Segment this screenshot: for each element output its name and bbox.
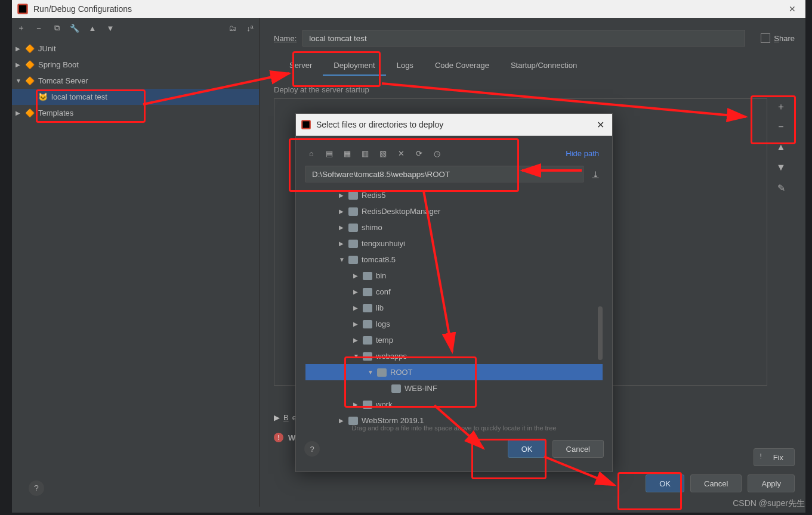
file-node-5[interactable]: ▶bin (305, 268, 603, 284)
folder-icon (363, 272, 372, 280)
refresh-icon[interactable]: ⟳ (413, 149, 425, 158)
file-node-0[interactable]: ▶Redis5 (305, 187, 603, 203)
down-icon[interactable]: ▼ (104, 21, 117, 35)
tab-server[interactable]: Server (279, 56, 323, 76)
wrench-icon[interactable]: 🔧 (68, 21, 81, 35)
svg-rect-3 (302, 121, 309, 128)
remove-config-icon[interactable]: − (32, 21, 45, 35)
folder-icon (363, 401, 372, 409)
warn-icon: ! (760, 453, 768, 461)
file-node-8[interactable]: ▶logs (305, 316, 603, 332)
file-node-3[interactable]: ▶tengxunhuiyi (305, 235, 603, 252)
folder-icon[interactable]: 🗂 (226, 21, 239, 35)
apply-button[interactable]: Apply (748, 474, 795, 492)
watermark: CSDN @super先生 (733, 498, 805, 509)
remove-artifact-icon[interactable]: − (773, 119, 789, 135)
file-node-6[interactable]: ▶conf (305, 284, 603, 300)
dialog-cancel-button[interactable]: Cancel (552, 440, 604, 458)
tab-startup-connection[interactable]: Startup/Connection (500, 56, 588, 76)
config-node-1[interactable]: ▶🔶Spring Boot (12, 57, 259, 73)
config-tree[interactable]: ▶🔶JUnit▶🔶Spring Boot▼🔶Tomcat Server🐱loca… (12, 38, 259, 507)
folder-icon (363, 320, 372, 328)
svg-rect-1 (19, 5, 27, 13)
dialog-close-icon[interactable]: ✕ (588, 119, 612, 131)
file-node-12[interactable]: WEB-INF (305, 380, 603, 396)
file-node-14[interactable]: ▶WebStorm 2019.1 (305, 412, 603, 426)
file-node-11[interactable]: ▼ROOT (305, 364, 603, 380)
scrollbar[interactable] (598, 306, 603, 360)
dialog-title: Select files or directories to deploy (316, 120, 443, 129)
up-icon[interactable]: ▲ (86, 21, 99, 35)
sort-icon[interactable]: ↓ª (243, 21, 257, 35)
folder-icon (348, 256, 358, 264)
file-node-10[interactable]: ▼webapps (305, 348, 603, 364)
path-input[interactable] (305, 166, 583, 182)
file-node-2[interactable]: ▶shimo (305, 219, 603, 235)
app-icon (17, 3, 29, 15)
folder-icon (363, 352, 372, 361)
folder-icon (391, 384, 401, 393)
help-icon[interactable]: ? (29, 480, 44, 496)
folder-icon (363, 288, 372, 296)
file-node-9[interactable]: ▶temp (305, 332, 603, 348)
config-node-3[interactable]: 🐱local tomcat test (12, 89, 259, 105)
home-icon[interactable]: ⌂ (305, 149, 317, 158)
file-node-13[interactable]: ▶work (305, 396, 603, 412)
add-config-icon[interactable]: ＋ (14, 21, 27, 35)
file-tree[interactable]: ▶Redis5▶RedisDesktopManager▶shimo▶tengxu… (305, 187, 603, 426)
folder-icon (348, 417, 358, 425)
share-checkbox[interactable]: SSharehare (761, 33, 795, 43)
ok-button[interactable]: OK (646, 474, 684, 492)
tab-deployment[interactable]: Deployment (323, 56, 385, 76)
new-folder-icon[interactable]: ▧ (377, 149, 389, 158)
window-title: Run/Debug Configurations (33, 4, 132, 14)
folder-icon (348, 191, 358, 200)
copy-config-icon[interactable]: ⧉ (50, 21, 63, 35)
desktop-icon[interactable]: ▤ (323, 149, 335, 158)
module-root-icon[interactable]: ▥ (359, 149, 371, 158)
name-input[interactable] (302, 30, 745, 46)
cancel-button[interactable]: Cancel (690, 474, 742, 492)
config-node-2[interactable]: ▼🔶Tomcat Server (12, 73, 259, 89)
name-label: Name: (274, 34, 297, 43)
config-node-0[interactable]: ▶🔶JUnit (12, 41, 259, 57)
fix-button[interactable]: ! Fix (754, 448, 795, 466)
deploy-section-label: Deploy at the server startup (274, 85, 795, 94)
tab-logs[interactable]: Logs (386, 56, 424, 76)
folder-icon (363, 336, 372, 345)
dialog-app-icon (301, 119, 311, 130)
folder-icon (348, 224, 358, 232)
file-node-7[interactable]: ▶lib (305, 300, 603, 316)
folder-icon (348, 207, 358, 216)
title-bar: Run/Debug Configurations ✕ (12, 0, 805, 18)
move-up-icon[interactable]: ▲ (773, 139, 789, 156)
file-node-1[interactable]: ▶RedisDesktopManager (305, 203, 603, 219)
project-root-icon[interactable]: ▦ (341, 149, 353, 158)
save-path-icon[interactable]: ⤓ (588, 166, 603, 182)
dialog-help-icon[interactable]: ? (304, 441, 320, 457)
folder-icon (363, 304, 372, 312)
folder-icon (377, 368, 387, 377)
error-icon: ! (274, 433, 283, 442)
add-artifact-icon[interactable]: ＋ (773, 98, 789, 115)
close-window-icon[interactable]: ✕ (779, 0, 805, 18)
tab-bar: ServerDeploymentLogsCode CoverageStartup… (279, 56, 795, 76)
edit-icon[interactable]: ✎ (773, 179, 789, 196)
dialog-ok-button[interactable]: OK (508, 440, 547, 458)
tab-code-coverage[interactable]: Code Coverage (424, 56, 500, 76)
sidebar-toolbar: ＋ − ⧉ 🔧 ▲ ▼ 🗂 ↓ª (12, 18, 259, 38)
hide-path-link[interactable]: Hide path (566, 149, 599, 158)
show-hidden-icon[interactable]: ◷ (431, 149, 443, 158)
file-node-4[interactable]: ▼tomcat8.5 (305, 252, 603, 268)
delete-icon[interactable]: ✕ (395, 149, 407, 158)
config-node-4[interactable]: ▶🔶Templates (12, 105, 259, 121)
move-down-icon[interactable]: ▼ (773, 159, 789, 176)
select-files-dialog: Select files or directories to deploy ✕ … (295, 113, 613, 472)
folder-icon (348, 240, 358, 248)
